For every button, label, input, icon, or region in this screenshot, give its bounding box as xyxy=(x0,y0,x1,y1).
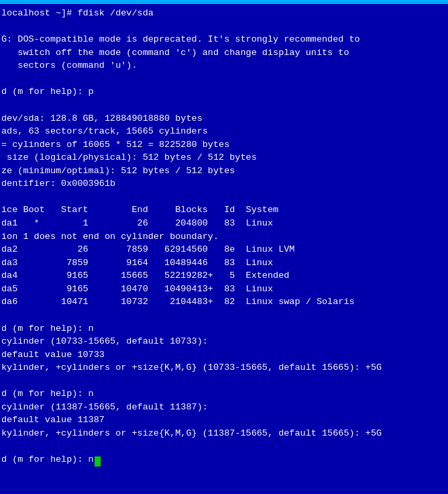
top-bar xyxy=(0,0,448,4)
terminal-window[interactable]: localhost ~]# fdisk /dev/sda G: DOS-comp… xyxy=(0,4,448,494)
cursor xyxy=(95,456,101,466)
